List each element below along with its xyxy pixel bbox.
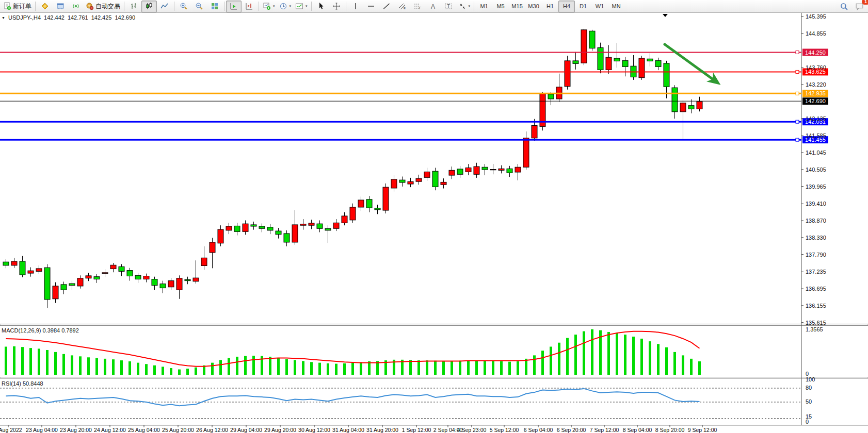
chart-bars-button[interactable] [126,1,141,12]
macd-bar [640,339,643,375]
price-label-text: 144.250 [805,49,826,56]
new-order-button[interactable]: 新订单 [1,1,34,12]
price-tick-label: 143.760 [806,64,826,71]
time-tick-label: 5 Sep 12:00 [490,427,519,433]
horizontal-line-button[interactable] [363,1,379,12]
timeframe-w1-button[interactable]: W1 [591,1,608,12]
macd-bar [145,364,148,375]
timeframe-m30-button[interactable]: M30 [525,1,542,12]
timeframe-label: M5 [496,3,504,9]
bar-chart-icon [130,2,138,10]
candle-body [61,285,67,290]
chart-shift-button[interactable] [242,1,257,12]
candle-body [523,138,529,167]
price-tick-label: 140.505 [806,166,826,173]
chevron-down-icon: ▾ [469,4,471,8]
macd-bar [211,363,214,375]
signal-button[interactable] [68,1,84,12]
line-anchor-marker[interactable] [796,138,799,141]
price-tick-label: 139.965 [806,184,826,190]
macd-bar [343,363,346,375]
toolbar-separator [174,2,174,11]
timeframe-label: M1 [480,3,488,9]
timeframe-m5-button[interactable]: M5 [492,1,509,12]
candle-body [565,61,570,87]
timeframe-mn-button[interactable]: MN [608,1,624,12]
timeframe-m15-button[interactable]: M15 [509,1,525,12]
timeframe-h1-button[interactable]: H1 [542,1,558,12]
candle-body [515,167,521,172]
scroll-anchor-icon[interactable] [663,14,668,17]
auto-scroll-button[interactable] [226,1,242,12]
trend-arrow-annotation[interactable] [665,44,717,82]
text-label-button[interactable]: T [441,1,456,12]
candle-body [408,181,413,184]
timeframe-label: M15 [511,3,522,9]
indicators-button[interactable]: ▾ [293,1,310,12]
chart-line-button[interactable] [157,1,172,12]
periods-button[interactable]: ▾ [277,1,294,12]
macd-bar [277,358,280,375]
macd-bar [310,362,313,375]
time-tick-label: 29 Aug 04:00 [230,427,262,433]
notifications-button[interactable]: 1 [851,1,867,12]
autotrade-button[interactable]: 自动交易 [84,1,122,12]
rsi-splitter[interactable] [0,377,868,379]
chart-canvas[interactable]: 144.250143.625142.935142.690142.031141.4… [0,0,868,433]
line-anchor-marker[interactable] [796,120,799,123]
candle-body [94,277,100,279]
zoom-in-button[interactable] [176,1,191,12]
time-axis[interactable]: 2 Aug 202223 Aug 04:0023 Aug 20:0024 Aug… [0,425,717,433]
chart-candles-button[interactable] [141,1,157,12]
timeframe-h4-button[interactable]: H4 [558,1,575,12]
price-tick-label: 139.410 [806,201,826,207]
macd-bar [137,363,139,375]
line-anchor-marker[interactable] [796,70,799,73]
equidistant-channel-button[interactable]: E [394,1,410,12]
timeframe-m1-button[interactable]: M1 [476,1,492,12]
data-window-button[interactable] [53,1,68,12]
candle-body [465,168,471,172]
trendline-button[interactable] [379,1,394,12]
price-axis: 145.395144.855143.760143.220142.135141.5… [801,13,826,326]
chevron-down-icon: ▾ [290,4,292,8]
candle-body [358,200,364,207]
cursor-button[interactable] [313,1,329,12]
rsi-scale-label: 80 [806,385,812,391]
macd-bar [616,333,618,375]
candlestick-icon [145,2,153,10]
macd-splitter[interactable] [0,324,868,326]
candle-body [168,281,174,287]
time-tick-label: 9 Sep 12:00 [688,427,717,433]
macd-bar [583,331,585,375]
macd-bar [517,361,519,375]
macd-bar [360,362,362,375]
search-button[interactable] [836,1,851,12]
line-anchor-marker[interactable] [796,92,799,95]
crosshair-button[interactable] [329,1,344,12]
fibonacci-button[interactable]: F [410,1,425,12]
macd-bar [607,332,610,375]
line-anchor-marker[interactable] [796,51,799,54]
market-watch-button[interactable] [37,1,53,12]
price-tick-label: 136.155 [806,303,826,309]
macd-bar [508,362,511,375]
arrows-button[interactable]: ▾ [456,1,473,12]
vertical-line-button[interactable] [348,1,363,12]
candle-body [639,58,645,78]
macd-bar [219,360,222,375]
macd-bar [62,354,65,375]
candle-body [598,47,603,70]
chart-menu-caret-icon[interactable]: ▼ [2,16,5,20]
new-chart-button[interactable]: ▾ [261,1,277,12]
tile-windows-button[interactable] [207,1,222,12]
timeframe-d1-button[interactable]: D1 [575,1,591,12]
autotrade-icon [86,2,94,10]
candle-body [86,276,91,278]
crosshair-icon [332,2,341,10]
text-button[interactable]: A [425,1,441,12]
price-lines: 144.250143.625142.935142.690142.031141.4… [0,49,828,144]
candle-body [276,231,281,235]
line-chart-icon [160,2,169,10]
zoom-out-button[interactable] [191,1,207,12]
